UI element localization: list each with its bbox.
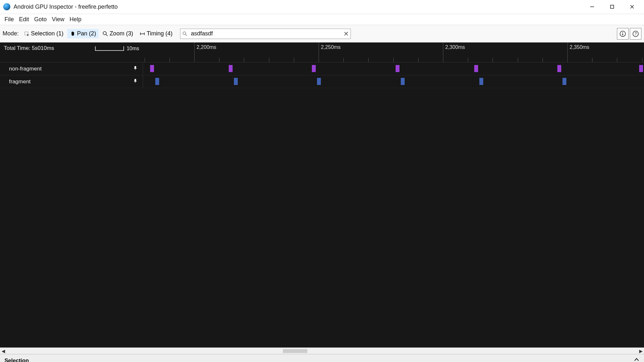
ruler-minor-tick (393, 58, 394, 62)
ruler-minor-tick (368, 58, 369, 62)
ruler-minor-tick (219, 58, 219, 62)
window-title: Android GPU Inspector - freefire.perfett… (14, 4, 118, 10)
selection-panel-header[interactable]: Selection (0, 354, 644, 362)
ruler-major-tick: 2,200ms (194, 42, 195, 62)
expand-panel-icon[interactable] (634, 357, 639, 362)
search-box: ✕ (180, 29, 351, 39)
timeline-empty-area[interactable] (0, 88, 644, 348)
ruler-minor-tick (294, 58, 294, 62)
pan-icon (70, 31, 76, 37)
search-clear-button[interactable]: ✕ (341, 30, 351, 38)
menu-edit[interactable]: Edit (16, 15, 32, 24)
timeline-event[interactable] (155, 78, 159, 85)
timeline-event[interactable] (479, 78, 483, 85)
track-lane[interactable] (143, 75, 644, 88)
track-lane[interactable] (143, 62, 644, 75)
toolbar: Mode: Selection (1) Pan (2) Zoom (3) Tim… (0, 25, 644, 42)
menu-goto[interactable]: Goto (32, 15, 49, 24)
ruler-minor-tick (169, 58, 170, 62)
timeline-event[interactable] (396, 65, 399, 72)
mode-zoom-button[interactable]: Zoom (3) (100, 29, 136, 38)
svg-text:?: ? (635, 32, 637, 36)
window-maximize-button[interactable] (602, 0, 622, 13)
ruler-tick-label: 2,250ms (321, 44, 341, 50)
search-icon (180, 32, 189, 36)
menu-help[interactable]: Help (67, 15, 84, 24)
timeline-view[interactable]: Total Time: 5s010ms 10ms 2,200ms2,250ms2… (0, 42, 644, 348)
ruler-minor-tick (617, 58, 617, 62)
window-titlebar: Android GPU Inspector - freefire.perfett… (0, 0, 644, 14)
track-name-label: non-fragment (9, 66, 42, 72)
svg-rect-14 (622, 33, 623, 35)
timing-icon (139, 31, 145, 37)
pin-icon[interactable] (133, 66, 138, 72)
pin-icon[interactable] (133, 79, 138, 85)
total-time-label: Total Time: 5s010ms (4, 45, 54, 51)
track-name-label: fragment (9, 79, 31, 85)
timeline-event[interactable] (639, 65, 643, 72)
ruler-tick-label: 2,300ms (445, 44, 465, 50)
timeline-event[interactable] (557, 65, 561, 72)
selection-panel-title: Selection (5, 357, 29, 362)
mode-timing-button[interactable]: Timing (4) (137, 29, 175, 38)
ruler-minor-tick (269, 58, 269, 62)
ruler-major-tick: 2,350ms (567, 42, 568, 62)
menu-view[interactable]: View (49, 15, 67, 24)
track-row[interactable]: non-fragment (0, 62, 644, 75)
scroll-thumb[interactable] (283, 349, 307, 353)
ruler-major-tick: 2,250ms (319, 42, 319, 62)
horizontal-scrollbar[interactable]: ◀ ▶ (0, 348, 644, 354)
timeline-event[interactable] (312, 65, 316, 72)
timeline-event[interactable] (317, 78, 321, 85)
svg-point-5 (103, 32, 106, 35)
ruler-minor-tick (468, 58, 468, 62)
window-close-button[interactable] (622, 0, 642, 13)
scale-indicator: 10ms (95, 46, 139, 51)
svg-point-10 (183, 32, 186, 34)
scroll-right-arrow[interactable]: ▶ (638, 348, 644, 354)
ruler-minor-tick (592, 58, 592, 62)
track-row[interactable]: fragment (0, 75, 644, 88)
info-button[interactable] (617, 28, 629, 40)
timeline-event[interactable] (562, 78, 566, 85)
ruler-minor-tick (343, 58, 344, 62)
timeline-event[interactable] (474, 65, 478, 72)
ruler-tick-label: 2,350ms (570, 44, 589, 50)
track-header[interactable]: fragment (0, 75, 143, 88)
mode-selection-button[interactable]: Selection (1) (21, 29, 66, 38)
app-icon (3, 3, 10, 10)
timeline-event[interactable] (234, 78, 238, 85)
ruler-minor-tick (493, 58, 493, 62)
svg-rect-1 (610, 5, 614, 8)
timeline-ruler[interactable]: Total Time: 5s010ms 10ms 2,200ms2,250ms2… (0, 42, 644, 62)
ruler-minor-tick (244, 58, 244, 62)
menu-file[interactable]: File (2, 15, 16, 24)
scroll-track[interactable] (6, 348, 638, 354)
ruler-major-tick: 2,300ms (443, 42, 443, 62)
menubar: File Edit Goto View Help (0, 14, 644, 25)
svg-line-6 (106, 34, 108, 36)
selection-icon (24, 31, 30, 37)
ruler-minor-tick (145, 58, 145, 62)
timeline-event[interactable] (229, 65, 233, 72)
help-button[interactable]: ? (630, 28, 641, 40)
ruler-tick-label: 2,200ms (197, 44, 216, 50)
scroll-left-arrow[interactable]: ◀ (0, 348, 6, 354)
zoom-icon (102, 31, 108, 37)
mode-pan-button[interactable]: Pan (2) (67, 29, 99, 38)
window-minimize-button[interactable] (582, 0, 602, 13)
ruler-minor-tick (418, 58, 418, 62)
timeline-event[interactable] (401, 78, 405, 85)
svg-line-11 (186, 34, 187, 35)
ruler-minor-tick (518, 58, 518, 62)
ruler-minor-tick (543, 58, 543, 62)
mode-label: Mode: (3, 30, 19, 37)
ruler-minor-tick (642, 58, 642, 62)
svg-point-13 (622, 32, 623, 32)
timeline-event[interactable] (150, 65, 154, 72)
search-input[interactable] (189, 29, 341, 38)
track-header[interactable]: non-fragment (0, 62, 143, 75)
